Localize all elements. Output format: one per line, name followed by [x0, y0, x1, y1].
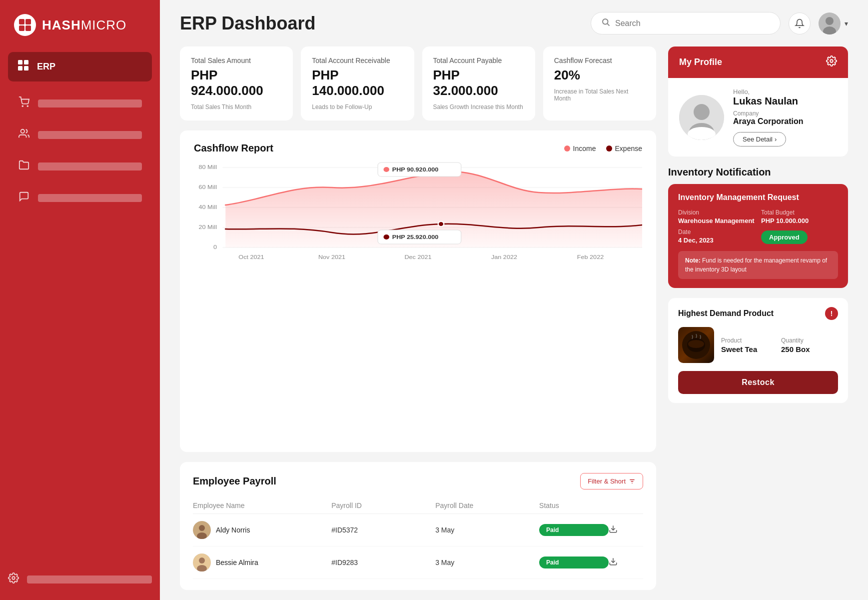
payroll-header: Employee Payroll Filter & Short: [193, 473, 643, 490]
svg-rect-4: [18, 60, 22, 64]
svg-point-12: [603, 19, 608, 24]
download-icon-2[interactable]: [609, 557, 643, 568]
profile-card-header: My Profile: [668, 46, 848, 78]
svg-text:Feb 2022: Feb 2022: [577, 254, 604, 260]
quantity-field: Quantity 250 Box: [781, 337, 838, 354]
payroll-id-1: #ID5372: [331, 526, 435, 534]
product-value: Sweet Tea: [721, 345, 778, 354]
kpi-value-payable: PHP 32.000.000: [433, 68, 524, 98]
kpi-row: Total Sales Amount PHP 924.000.000 Total…: [180, 46, 656, 120]
demand-info: Product Sweet Tea Quantity 250 Box: [721, 337, 838, 354]
legend-income: Income: [564, 144, 596, 152]
avatar-button[interactable]: ▾: [819, 12, 848, 34]
payroll-card: Employee Payroll Filter & Short Employee…: [180, 462, 656, 590]
download-icon-1[interactable]: [609, 524, 643, 536]
product-label: Product: [721, 337, 778, 344]
kpi-label-forecast: Cashflow Forecast: [554, 56, 645, 64]
svg-rect-1: [25, 19, 31, 24]
svg-text:PHP 90.920.000: PHP 90.920.000: [392, 166, 439, 173]
svg-line-13: [607, 24, 609, 26]
chevron-down-icon: ▾: [845, 20, 848, 28]
main-content: ERP Dashboard: [160, 0, 868, 600]
see-detail-button[interactable]: See Detail ›: [733, 132, 786, 146]
inventory-card-title: Inventory Management Request: [678, 193, 838, 202]
logo-icon: [14, 14, 36, 36]
svg-point-33: [384, 234, 390, 240]
kpi-card-forecast: Cashflow Forecast 20% Increase in Total …: [543, 46, 656, 120]
chat-icon: [18, 191, 30, 204]
svg-rect-7: [24, 66, 28, 70]
income-dot: [564, 146, 570, 152]
svg-text:Jan 2022: Jan 2022: [491, 254, 517, 260]
sidebar-logo: HASHMICRO: [0, 0, 160, 50]
col-name: Employee Name: [193, 502, 331, 510]
profile-avatar: [679, 95, 724, 140]
chart-header: Cashflow Report Income Expense: [194, 142, 642, 154]
svg-point-58: [688, 340, 704, 348]
content-area: Total Sales Amount PHP 924.000.000 Total…: [160, 46, 868, 600]
budget-field: Total Budget PHP 10.000.000: [761, 209, 838, 224]
sidebar-item-erp-label: ERP: [37, 62, 55, 72]
notification-button[interactable]: [789, 12, 811, 34]
settings-icon: [8, 572, 19, 586]
sidebar-nav: [0, 84, 160, 564]
kpi-sub-payable: Sales Growth Increase this Month: [433, 104, 524, 110]
avatar: [819, 12, 841, 34]
status-field: Approved: [761, 228, 838, 244]
filter-button[interactable]: Filter & Short: [580, 473, 643, 490]
quantity-label: Quantity: [781, 337, 838, 344]
date-field: Date 4 Dec, 2023: [678, 228, 755, 244]
sidebar-item-shopping[interactable]: [8, 90, 152, 117]
profile-gear-icon[interactable]: [826, 56, 837, 69]
chart-title: Cashflow Report: [194, 142, 273, 154]
kpi-card-payable: Total Account Payable PHP 32.000.000 Sal…: [422, 46, 535, 120]
kpi-sub-receivable: Leads to be Follow-Up: [312, 104, 403, 110]
profile-hello: Hello,: [733, 88, 803, 96]
svg-point-11: [12, 576, 15, 580]
svg-rect-6: [18, 66, 22, 70]
filter-label: Filter & Short: [588, 478, 626, 485]
kpi-value-forecast: 20%: [554, 68, 645, 83]
demand-grid: Product Sweet Tea Quantity 250 Box: [721, 337, 838, 354]
payroll-date-2: 3 May: [435, 558, 539, 566]
sidebar-item-chat[interactable]: [8, 184, 152, 212]
col-id: Payroll ID: [331, 502, 435, 510]
profile-company-label: Company: [733, 110, 803, 117]
search-bar[interactable]: [591, 12, 781, 34]
profile-name: Lukas Naulan: [733, 96, 803, 107]
income-label: Income: [573, 144, 596, 152]
sidebar-bottom[interactable]: [0, 564, 160, 600]
nav-label-bar-folder: [38, 162, 142, 170]
svg-text:40 Mill: 40 Mill: [198, 204, 217, 210]
sidebar-item-folder[interactable]: [8, 152, 152, 180]
svg-text:Nov 2021: Nov 2021: [318, 254, 346, 260]
erp-icon: [18, 60, 29, 74]
profile-section-title: My Profile: [679, 57, 722, 68]
search-input[interactable]: [615, 19, 770, 28]
svg-point-31: [438, 222, 444, 226]
expense-dot: [606, 146, 612, 152]
cashflow-svg: 80 Mill 60 Mill 40 Mill 20 Mill 0: [194, 160, 642, 270]
kpi-label-receivable: Total Account Receivable: [312, 56, 403, 64]
division-label: Division: [678, 209, 755, 216]
approved-badge: Approved: [761, 230, 808, 244]
kpi-label-payable: Total Account Payable: [433, 56, 524, 64]
header: ERP Dashboard: [160, 0, 868, 46]
svg-text:80 Mill: 80 Mill: [198, 164, 217, 170]
budget-value: PHP 10.000.000: [761, 217, 838, 224]
employee-name-2: Bessie Almira: [216, 558, 258, 566]
employee-name-1: Aldy Norris: [216, 526, 250, 534]
inventory-card: Inventory Management Request Division Wa…: [668, 184, 848, 288]
shopping-icon: [18, 96, 30, 110]
col-date: Payroll Date: [435, 502, 539, 510]
search-icon: [601, 18, 610, 29]
division-value: Warehouse Management: [678, 217, 755, 224]
sidebar-item-users[interactable]: [8, 121, 152, 148]
inventory-grid: Division Warehouse Management Total Budg…: [678, 209, 838, 244]
quantity-value: 250 Box: [781, 345, 838, 354]
svg-rect-3: [25, 26, 31, 31]
restock-button[interactable]: Restock: [678, 371, 838, 394]
sidebar-item-erp[interactable]: ERP: [8, 52, 152, 82]
demand-title: Highest Demand Product: [678, 309, 774, 318]
svg-point-48: [199, 558, 205, 564]
